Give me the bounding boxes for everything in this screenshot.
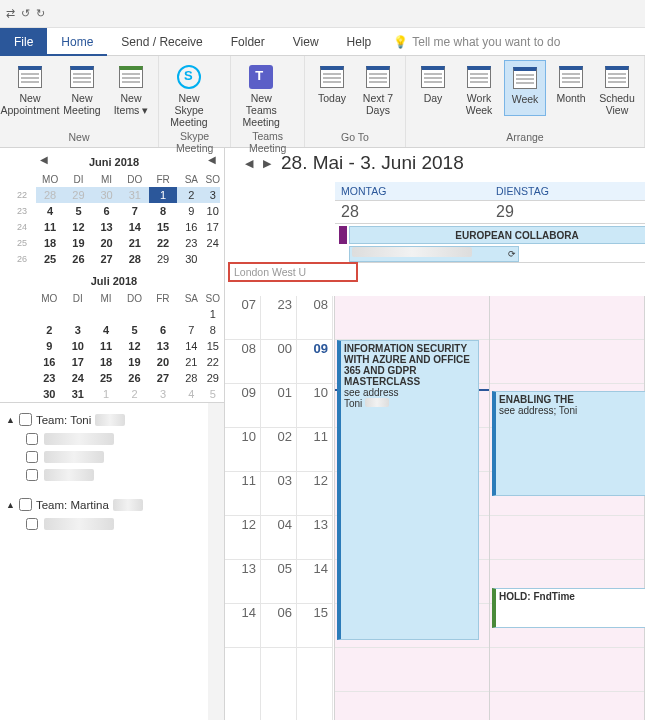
month-view-button[interactable]: Month	[550, 60, 592, 116]
ribbon: New Appointment New Meeting New Items ▾ …	[0, 56, 645, 148]
mini-calendar-july: Juli 2018 MODIMIDOFRSASO1234567891011121…	[8, 275, 220, 402]
new-meeting-button[interactable]: New Meeting	[58, 60, 106, 116]
tab-home[interactable]: Home	[47, 28, 107, 56]
team-group-martina[interactable]: ▲Team: Martina x	[4, 494, 220, 515]
calendar-icon	[70, 66, 94, 88]
expand-icon: ▲	[6, 500, 15, 510]
calendar-icon	[18, 66, 42, 88]
date-range-label: 28. Mai - 3. Juni 2018	[281, 152, 464, 174]
calendar-icon	[467, 66, 491, 88]
calendar-icon	[421, 66, 445, 88]
calendar-icon	[605, 66, 629, 88]
today-button[interactable]: Today	[311, 60, 353, 116]
day-headers: MONTAG 28 DIENSTAG 29	[335, 182, 645, 223]
calendar-event[interactable]: ENABLING THE see address; Toni	[492, 391, 645, 496]
tab-file[interactable]: File	[0, 28, 47, 56]
day-number[interactable]: 29	[490, 200, 645, 223]
tab-send-receive[interactable]: Send / Receive	[107, 28, 216, 56]
checkbox[interactable]	[26, 518, 38, 530]
timezone-label-highlight: London West U	[228, 262, 358, 282]
scrollbar[interactable]	[208, 403, 224, 720]
day-name-tuesday: DIENSTAG	[490, 182, 645, 200]
work-week-view-button[interactable]: Work Week	[458, 60, 500, 116]
calendar-icon	[320, 66, 344, 88]
mini-calendar-june: Juni 2018 MODIMIDOFRSASO2228293031123234…	[8, 156, 220, 267]
calendar-event[interactable]: INFORMATION SECURITY WITH AZURE AND OFFI…	[337, 340, 479, 640]
prev-week-icon[interactable]: ◀	[245, 157, 253, 170]
prev-month-icon[interactable]: ◀	[40, 154, 48, 165]
qat-undo-icon[interactable]: ↺	[21, 7, 30, 20]
tab-view[interactable]: View	[279, 28, 333, 56]
all-day-row[interactable]: EUROPEAN COLLABORA x⟳	[335, 223, 645, 263]
checkbox[interactable]	[26, 469, 38, 481]
recurring-icon: ⟳	[508, 247, 516, 262]
tab-folder[interactable]: Folder	[217, 28, 279, 56]
calendar-icon	[366, 66, 390, 88]
sidebar: ◀ ◀ Juni 2018 MODIMIDOFRSASO222829303112…	[0, 148, 225, 720]
list-item[interactable]: x	[4, 430, 220, 448]
day-column-tuesday[interactable]: ENABLING THE see address; Toni HOLD: Fnd…	[490, 296, 645, 720]
day-name-monday: MONTAG	[335, 182, 490, 200]
teams-icon	[249, 65, 273, 89]
allday-event[interactable]: EUROPEAN COLLABORA	[349, 226, 645, 244]
week-view-button[interactable]: Week	[504, 60, 546, 116]
checkbox[interactable]	[19, 498, 32, 511]
calendar-icon	[119, 66, 143, 88]
tell-me-search[interactable]: 💡 Tell me what you want to do	[393, 35, 560, 49]
new-items-button[interactable]: New Items ▾	[110, 60, 152, 116]
qat-send-receive-icon[interactable]: ⇄	[6, 7, 15, 20]
day-number[interactable]: 28	[335, 200, 490, 223]
collapse-sidebar-icon[interactable]: ◀	[208, 154, 216, 165]
list-item[interactable]: x	[4, 466, 220, 484]
calendar-list: ▲Team: Toni x x x x ▲Team: Martina x x	[0, 402, 224, 720]
tab-help[interactable]: Help	[333, 28, 386, 56]
next-7-days-button[interactable]: Next 7 Days	[357, 60, 399, 116]
calendar-icon	[513, 67, 537, 89]
expand-icon: ▲	[6, 415, 15, 425]
quick-access-toolbar: ⇄ ↺ ↻	[0, 0, 645, 28]
category-bar	[339, 226, 347, 244]
list-item[interactable]: x	[4, 515, 220, 533]
schedule-view-button[interactable]: Schedu View	[596, 60, 638, 116]
checkbox[interactable]	[26, 433, 38, 445]
time-axis: 0708091011121314 2300010203040506 080910…	[225, 296, 335, 720]
tab-bar: File Home Send / Receive Folder View Hel…	[0, 28, 645, 56]
new-skype-meeting-button[interactable]: New Skype Meeting	[165, 60, 213, 128]
list-item[interactable]: x	[4, 448, 220, 466]
skype-icon	[177, 65, 201, 89]
day-view-button[interactable]: Day	[412, 60, 454, 116]
team-group-toni[interactable]: ▲Team: Toni x	[4, 409, 220, 430]
qat-redo-icon[interactable]: ↻	[36, 7, 45, 20]
allday-event[interactable]: x⟳	[349, 246, 519, 262]
calendar-icon	[559, 66, 583, 88]
calendar-event[interactable]: HOLD: FndTime	[492, 588, 645, 628]
calendar-area: ◀ ▶ 28. Mai - 3. Juni 2018 MONTAG 28 DIE…	[225, 148, 645, 720]
next-week-icon[interactable]: ▶	[263, 157, 271, 170]
day-column-monday[interactable]: INFORMATION SECURITY WITH AZURE AND OFFI…	[335, 296, 490, 720]
checkbox[interactable]	[26, 451, 38, 463]
new-appointment-button[interactable]: New Appointment	[6, 60, 54, 116]
bulb-icon: 💡	[393, 35, 408, 49]
checkbox[interactable]	[19, 413, 32, 426]
new-teams-meeting-button[interactable]: New Teams Meeting	[237, 60, 285, 128]
